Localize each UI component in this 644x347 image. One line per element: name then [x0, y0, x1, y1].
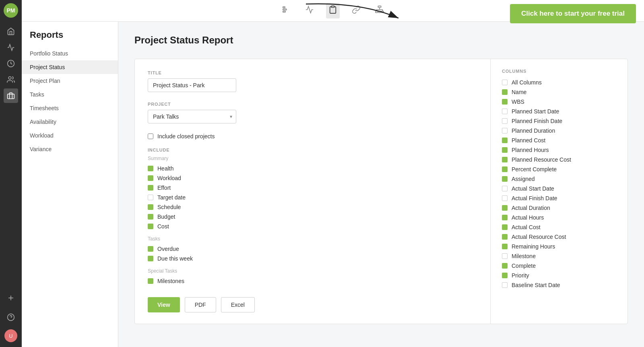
col-wbs-checkbox[interactable]	[502, 99, 508, 105]
col-assigned-row: Assigned	[502, 176, 616, 182]
briefcase-icon[interactable]	[4, 88, 18, 103]
col-name-checkbox[interactable]	[502, 89, 508, 95]
col-remaining-hours-checkbox[interactable]	[502, 244, 508, 249]
sidebar-item-portfolio-status[interactable]: Portfolio Status	[22, 47, 118, 60]
col-complete-row: Complete	[502, 263, 616, 269]
sidebar-item-project-status[interactable]: Project Status	[22, 60, 118, 74]
due-this-week-checkbox[interactable]	[148, 256, 153, 261]
budget-label: Budget	[157, 214, 175, 220]
col-actual-duration-checkbox[interactable]	[502, 205, 508, 211]
link-icon[interactable]	[349, 3, 363, 18]
col-planned-cost-row: Planned Cost	[502, 137, 616, 144]
col-actual-resource-cost-checkbox[interactable]	[502, 234, 508, 240]
include-closed-label: Include closed projects	[157, 133, 215, 140]
sidebar: Reports Portfolio Status Project Status …	[22, 22, 118, 347]
project-select[interactable]: Park Talks	[148, 110, 236, 123]
project-label: PROJECT	[148, 102, 477, 107]
pdf-button[interactable]: PDF	[185, 297, 216, 312]
col-planned-cost-label: Planned Cost	[512, 137, 545, 144]
schedule-label: Schedule	[157, 204, 181, 210]
svg-rect-11	[378, 6, 381, 8]
users-icon[interactable]	[4, 72, 18, 87]
col-actual-cost-checkbox[interactable]	[502, 224, 508, 230]
col-name-label: Name	[512, 89, 526, 95]
clock-icon[interactable]	[4, 56, 18, 71]
clipboard-icon[interactable]	[326, 3, 340, 18]
target-date-label: Target date	[157, 194, 186, 201]
effort-checkbox[interactable]	[148, 185, 153, 191]
action-buttons: View PDF Excel	[148, 297, 477, 312]
sidebar-item-timesheets[interactable]: Timesheets	[22, 101, 118, 115]
col-planned-hours-checkbox[interactable]	[502, 147, 508, 153]
app-logo[interactable]: PM	[4, 3, 18, 18]
col-actual-hours-checkbox[interactable]	[502, 215, 508, 220]
milestones-checkbox[interactable]	[148, 278, 153, 284]
view-button[interactable]: View	[148, 297, 180, 312]
include-closed-checkbox[interactable]	[148, 133, 153, 139]
waveform-icon[interactable]	[303, 3, 316, 18]
overdue-label: Overdue	[157, 246, 179, 252]
title-input[interactable]	[148, 78, 236, 92]
col-baseline-start-checkbox[interactable]	[502, 282, 508, 288]
col-name-row: Name	[502, 89, 616, 95]
due-this-week-row: Due this week	[148, 255, 477, 262]
help-icon[interactable]	[4, 310, 18, 324]
col-planned-hours-row: Planned Hours	[502, 147, 616, 153]
sidebar-item-workload[interactable]: Workload	[22, 129, 118, 142]
target-date-checkbox[interactable]	[148, 195, 153, 200]
col-actual-finish-checkbox[interactable]	[502, 195, 508, 201]
user-avatar[interactable]: U	[4, 329, 17, 342]
col-percent-complete-row: Percent Complete	[502, 166, 616, 172]
form-right: COLUMNS All Columns Name WBS Planned Sta…	[491, 59, 627, 324]
include-label: INCLUDE	[148, 148, 477, 152]
col-planned-hours-label: Planned Hours	[512, 147, 549, 153]
col-planned-cost-checkbox[interactable]	[502, 138, 508, 143]
col-assigned-checkbox[interactable]	[502, 176, 508, 182]
col-actual-resource-cost-row: Actual Resource Cost	[502, 234, 616, 240]
sidebar-item-availability[interactable]: Availability	[22, 115, 118, 129]
svg-rect-7	[283, 7, 285, 8]
col-actual-start-checkbox[interactable]	[502, 186, 508, 191]
col-wbs-row: WBS	[502, 99, 616, 105]
include-closed-row: Include closed projects	[148, 133, 477, 140]
col-planned-resource-cost-checkbox[interactable]	[502, 157, 508, 162]
cost-label: Cost	[157, 223, 169, 230]
sidebar-item-tasks[interactable]: Tasks	[22, 88, 118, 101]
activity-icon[interactable]	[4, 40, 18, 55]
sidebar-item-variance[interactable]: Variance	[22, 142, 118, 156]
budget-checkbox[interactable]	[148, 214, 153, 220]
workload-checkbox[interactable]	[148, 175, 153, 181]
col-planned-start-label: Planned Start Date	[512, 108, 559, 115]
hierarchy-icon[interactable]	[373, 3, 386, 18]
due-this-week-label: Due this week	[157, 255, 193, 262]
health-label: Health	[157, 165, 173, 172]
col-planned-start-checkbox[interactable]	[502, 109, 508, 114]
col-actual-start-row: Actual Start Date	[502, 185, 616, 192]
col-actual-cost-row: Actual Cost	[502, 224, 616, 230]
target-date-row: Target date	[148, 194, 477, 201]
col-priority-checkbox[interactable]	[502, 273, 508, 278]
col-planned-duration-checkbox[interactable]	[502, 128, 508, 133]
all-columns-checkbox[interactable]	[502, 80, 508, 85]
milestones-label: Milestones	[157, 278, 184, 284]
excel-button[interactable]: Excel	[221, 297, 255, 312]
icon-bar: PM U	[0, 0, 22, 347]
col-planned-finish-checkbox[interactable]	[502, 118, 508, 124]
col-planned-resource-cost-row: Planned Resource Cost	[502, 156, 616, 163]
add-icon[interactable]	[4, 291, 18, 305]
col-milestone-checkbox[interactable]	[502, 253, 508, 259]
col-priority-row: Priority	[502, 272, 616, 279]
col-planned-resource-cost-label: Planned Resource Cost	[512, 156, 571, 163]
cost-checkbox[interactable]	[148, 224, 153, 229]
gantt-icon[interactable]	[279, 3, 293, 18]
schedule-checkbox[interactable]	[148, 204, 153, 210]
overdue-checkbox[interactable]	[148, 246, 153, 252]
col-complete-checkbox[interactable]	[502, 263, 508, 269]
overdue-row: Overdue	[148, 246, 477, 252]
home-icon[interactable]	[4, 24, 18, 39]
cta-banner[interactable]: Click here to start your free trial	[510, 4, 636, 23]
health-checkbox[interactable]	[148, 166, 153, 171]
project-field-group: PROJECT Park Talks	[148, 102, 477, 123]
sidebar-item-project-plan[interactable]: Project Plan	[22, 74, 118, 88]
col-percent-complete-checkbox[interactable]	[502, 166, 508, 172]
